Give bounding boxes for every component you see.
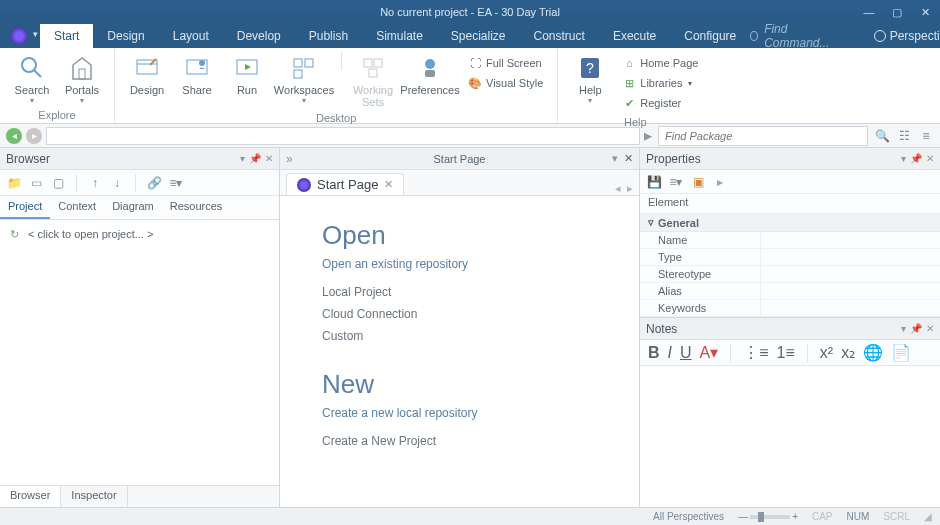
dropdown-icon[interactable]: ▾: [901, 323, 906, 334]
portals-button[interactable]: Portals▾: [58, 52, 106, 107]
preferences-button[interactable]: Preferences: [400, 52, 460, 98]
open-local-project[interactable]: Local Project: [322, 285, 597, 299]
search-button[interactable]: Search▾: [8, 52, 56, 107]
doc-tab-startpage[interactable]: Start Page ✕: [286, 173, 404, 195]
insert-icon[interactable]: 🌐: [863, 343, 883, 362]
browser-tab-project[interactable]: Project: [0, 196, 50, 219]
project-tree[interactable]: ↻ < click to open project... >: [0, 220, 279, 485]
perspective-menu[interactable]: Perspective ▾: [862, 24, 940, 48]
close-panel-icon[interactable]: ✕: [926, 153, 934, 164]
browser-tab-resources[interactable]: Resources: [162, 196, 231, 219]
tab-construct[interactable]: Construct: [520, 24, 599, 48]
tab-design[interactable]: Design: [93, 24, 158, 48]
new-repository-link[interactable]: Create a new local repository: [322, 406, 597, 420]
browser-tab-diagram[interactable]: Diagram: [104, 196, 162, 219]
number-list-button[interactable]: 1≡: [777, 344, 795, 362]
window-icon[interactable]: ▣: [690, 174, 706, 190]
home-page-button[interactable]: ⌂Home Page: [620, 54, 700, 72]
help-button[interactable]: ? Help▾: [566, 52, 614, 107]
minimize-button[interactable]: —: [860, 6, 878, 19]
open-custom[interactable]: Custom: [322, 329, 597, 343]
tab-simulate[interactable]: Simulate: [362, 24, 437, 48]
play-icon[interactable]: ▸: [712, 174, 728, 190]
full-screen-button[interactable]: ⛶Full Screen: [466, 54, 545, 72]
property-value[interactable]: [760, 266, 940, 282]
close-button[interactable]: ✕: [916, 6, 934, 19]
property-value[interactable]: [760, 232, 940, 248]
tab-execute[interactable]: Execute: [599, 24, 670, 48]
nav-back-button[interactable]: ◂: [6, 128, 22, 144]
italic-button[interactable]: I: [668, 344, 672, 362]
bold-button[interactable]: B: [648, 344, 660, 362]
dropdown-icon[interactable]: ▾: [240, 153, 245, 164]
open-project-hint[interactable]: < click to open project... >: [28, 228, 153, 240]
register-button[interactable]: ✔Register: [620, 94, 700, 112]
resize-grip-icon[interactable]: ◢: [924, 511, 932, 522]
doc-dropdown-icon[interactable]: ▾: [612, 152, 618, 165]
properties-section-general[interactable]: ▿General: [640, 214, 940, 232]
new-package-icon[interactable]: 📁: [6, 175, 22, 191]
maximize-button[interactable]: ▢: [888, 6, 906, 19]
tab-configure[interactable]: Configure: [670, 24, 750, 48]
pin-icon[interactable]: 📌: [249, 153, 261, 164]
doc-back-icon[interactable]: »: [286, 152, 293, 166]
property-value[interactable]: [760, 283, 940, 299]
tab-close-icon[interactable]: ✕: [384, 178, 393, 191]
pin-icon[interactable]: 📌: [910, 323, 922, 334]
find-package-input[interactable]: [658, 126, 868, 146]
down-icon[interactable]: ↓: [109, 175, 125, 191]
dropdown-icon[interactable]: ▾: [901, 153, 906, 164]
new-diagram-icon[interactable]: ▭: [28, 175, 44, 191]
close-panel-icon[interactable]: ✕: [926, 323, 934, 334]
bottom-tab-inspector[interactable]: Inspector: [61, 486, 127, 507]
share-button[interactable]: Share: [173, 52, 221, 98]
find-command-placeholder: Find Command...: [764, 22, 832, 50]
find-icon[interactable]: 🔍: [874, 128, 890, 144]
create-new-project[interactable]: Create a New Project: [322, 434, 597, 448]
close-panel-icon[interactable]: ✕: [265, 153, 273, 164]
up-icon[interactable]: ↑: [87, 175, 103, 191]
document-icon[interactable]: 📄: [891, 343, 911, 362]
doc-close-icon[interactable]: ✕: [624, 152, 633, 165]
workspaces-button[interactable]: Workspaces▾: [273, 52, 335, 107]
tab-nav-arrows[interactable]: ◂▸: [615, 182, 633, 195]
status-perspectives[interactable]: All Perspectives: [653, 511, 724, 522]
tab-publish[interactable]: Publish: [295, 24, 362, 48]
zoom-slider[interactable]: —+: [738, 511, 798, 522]
run-button[interactable]: Run: [223, 52, 271, 98]
design-button[interactable]: Design: [123, 52, 171, 98]
pin-icon[interactable]: 📌: [910, 153, 922, 164]
underline-button[interactable]: U: [680, 344, 692, 362]
save-icon[interactable]: 💾: [646, 174, 662, 190]
tab-layout[interactable]: Layout: [159, 24, 223, 48]
find-command[interactable]: Find Command...: [750, 24, 861, 48]
browser-tab-context[interactable]: Context: [50, 196, 104, 219]
visual-style-button[interactable]: 🎨Visual Style: [466, 74, 545, 92]
app-menu-icon[interactable]: [10, 27, 28, 45]
property-value[interactable]: [760, 300, 940, 316]
tab-develop[interactable]: Develop: [223, 24, 295, 48]
bullet-list-button[interactable]: ⋮≡: [743, 343, 768, 362]
menu-icon[interactable]: ≡▾: [668, 174, 684, 190]
property-value[interactable]: [760, 249, 940, 265]
list-icon[interactable]: ≡: [918, 128, 934, 144]
bottom-tab-browser[interactable]: Browser: [0, 486, 61, 507]
address-bar[interactable]: [46, 127, 640, 145]
hamburger-icon[interactable]: ≡▾: [168, 175, 184, 191]
subscript-button[interactable]: x₂: [841, 343, 855, 362]
working-sets-button[interactable]: Working Sets: [348, 52, 398, 110]
new-element-icon[interactable]: ▢: [50, 175, 66, 191]
tab-start[interactable]: Start: [40, 24, 93, 48]
tab-specialize[interactable]: Specialize: [437, 24, 520, 48]
open-repository-link[interactable]: Open an existing repository: [322, 257, 597, 271]
notes-textarea[interactable]: [640, 366, 940, 507]
nav-play-button[interactable]: ▸: [644, 126, 652, 145]
font-color-button[interactable]: A▾: [700, 343, 719, 362]
nav-forward-button[interactable]: ▸: [26, 128, 42, 144]
properties-category[interactable]: Element: [640, 194, 940, 214]
link-icon[interactable]: 🔗: [146, 175, 162, 191]
superscript-button[interactable]: x²: [820, 344, 833, 362]
open-cloud-connection[interactable]: Cloud Connection: [322, 307, 597, 321]
libraries-button[interactable]: ⊞Libraries▾: [620, 74, 700, 92]
grid-icon[interactable]: ☷: [896, 128, 912, 144]
